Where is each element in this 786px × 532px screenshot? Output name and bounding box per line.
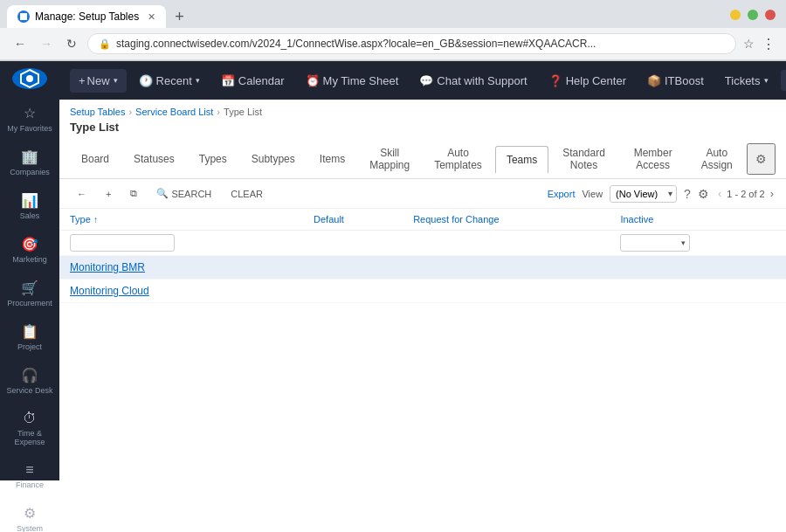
clear-button[interactable]: CLEAR	[224, 185, 270, 203]
page-info: 1 - 2 of 2	[727, 189, 764, 199]
column-settings-button[interactable]: ⚙	[698, 187, 709, 201]
address-bar[interactable]: 🔒 staging.connectwisedev.com/v2024_1/Con…	[87, 33, 736, 54]
back-nav-icon: ←	[77, 189, 86, 199]
bookmark-button[interactable]: ☆	[743, 37, 755, 51]
itboost-icon: 📦	[647, 74, 661, 87]
breadcrumb-setup-tables[interactable]: Setup Tables	[70, 107, 125, 117]
table-row: Monitoring Cloud	[59, 280, 786, 303]
toolbar-right: Export View (No View) ? ⚙ ‹ 1 - 2 of 2	[548, 185, 776, 203]
tab-statuses[interactable]: Statuses	[122, 145, 186, 172]
prev-page-button[interactable]: ‹	[716, 185, 723, 202]
reload-button[interactable]: ↻	[63, 35, 80, 52]
tab-types[interactable]: Types	[188, 145, 238, 172]
data-table: Type ↑ Default Request for Change	[59, 209, 786, 303]
tab-board[interactable]: Board	[70, 145, 121, 172]
col-header-request[interactable]: Request for Change	[403, 209, 610, 231]
view-selector-wrap: (No View)	[610, 185, 677, 203]
search-input[interactable]	[781, 70, 787, 91]
tickets-button[interactable]: Tickets ▾	[716, 69, 777, 93]
help-circle-button[interactable]: ?	[684, 187, 691, 201]
more-options-button[interactable]: ⋮	[762, 36, 776, 52]
next-page-button[interactable]: ›	[769, 185, 776, 202]
filter-type-input[interactable]	[70, 234, 175, 252]
app-logo[interactable]	[12, 68, 47, 89]
filter-row	[59, 231, 786, 256]
sales-icon: 📊	[21, 192, 38, 209]
svg-rect-0	[20, 13, 27, 20]
forward-button[interactable]: →	[37, 35, 56, 52]
tab-teams[interactable]: Teams	[495, 146, 548, 173]
project-icon: 📋	[21, 323, 38, 340]
chat-icon: 💬	[419, 74, 433, 87]
recent-chevron-icon: ▾	[196, 76, 200, 85]
breadcrumb-service-board[interactable]: Service Board List	[135, 107, 213, 117]
chat-button[interactable]: 💬 Chat with Support	[410, 69, 535, 93]
tab-items[interactable]: Items	[308, 145, 356, 172]
row-inactive-cell	[610, 280, 786, 303]
companies-icon: 🏢	[21, 149, 38, 165]
table-container: Type ↑ Default Request for Change	[59, 209, 786, 480]
recent-button[interactable]: 🕐 Recent ▾	[130, 69, 209, 93]
back-button[interactable]: ←	[10, 35, 30, 52]
help-button[interactable]: ❓ Help Center	[540, 69, 635, 93]
col-header-type[interactable]: Type ↑	[59, 209, 303, 231]
col-header-default[interactable]: Default	[303, 209, 403, 231]
breadcrumb-current: Type List	[224, 107, 262, 117]
search-button[interactable]: 🔍 SEARCH	[149, 184, 218, 203]
tab-subtypes[interactable]: Subtypes	[240, 145, 307, 172]
sidebar-item-project[interactable]: 📋 Project	[0, 316, 59, 358]
tab-settings-gear-icon[interactable]: ⚙	[747, 143, 776, 175]
row-request-cell	[403, 256, 610, 280]
marketing-icon: 🎯	[21, 236, 38, 252]
browser-tab[interactable]: Manage: Setup Tables ✕	[7, 5, 166, 28]
timesheet-icon: ⏰	[306, 74, 320, 87]
sidebar-item-marketing[interactable]: 🎯 Marketing	[0, 229, 59, 271]
close-button[interactable]	[765, 10, 776, 20]
tab-auto-templates[interactable]: Auto Templates	[423, 139, 493, 178]
toolbar: ← + ⧉ 🔍 SEARCH CLEAR	[59, 179, 786, 209]
tab-auto-assign[interactable]: Auto Assign	[689, 139, 745, 178]
procurement-icon: 🛒	[21, 280, 38, 296]
sidebar-item-system[interactable]: ⚙ System	[0, 498, 59, 532]
itboost-button[interactable]: 📦 ITBoost	[638, 69, 713, 93]
row-default-cell	[303, 256, 403, 280]
new-tab-button[interactable]: +	[169, 8, 190, 26]
calendar-button[interactable]: 📅 Calendar	[212, 69, 293, 93]
add-icon: +	[106, 189, 111, 199]
sidebar-item-companies[interactable]: 🏢 Companies	[0, 142, 59, 183]
export-button[interactable]: Export	[548, 189, 576, 199]
timesheet-button[interactable]: ⏰ My Time Sheet	[297, 69, 408, 93]
svg-point-1	[26, 75, 33, 82]
sidebar-item-favorites[interactable]: ☆ My Favorites	[0, 98, 59, 140]
row-default-cell	[303, 280, 403, 303]
tab-standard-notes[interactable]: Standard Notes	[550, 139, 617, 178]
minimize-button[interactable]	[730, 10, 741, 20]
tab-member-access[interactable]: Member Access	[619, 139, 687, 178]
sidebar-item-procurement[interactable]: 🛒 Procurement	[0, 273, 59, 314]
copy-button[interactable]: ⧉	[123, 184, 144, 203]
sidebar-item-finance[interactable]: ≡ Finance	[0, 455, 59, 496]
view-select[interactable]: (No View)	[610, 185, 677, 203]
row-type-link[interactable]: Monitoring BMR	[70, 261, 145, 273]
sidebar-item-time[interactable]: ⏱ Time & Expense	[0, 404, 59, 453]
sidebar-item-service[interactable]: 🎧 Service Desk	[0, 360, 59, 402]
col-header-inactive[interactable]: Inactive	[610, 209, 786, 231]
service-icon: 🎧	[21, 367, 38, 383]
row-type-link[interactable]: Monitoring Cloud	[70, 285, 149, 297]
time-icon: ⏱	[23, 411, 37, 426]
recent-icon: 🕐	[139, 74, 153, 87]
back-nav-button[interactable]: ←	[70, 185, 93, 203]
new-button[interactable]: + New ▾	[70, 69, 127, 93]
filter-inactive-select[interactable]	[620, 234, 690, 252]
search-icon: 🔍	[156, 188, 169, 199]
sidebar-item-sales[interactable]: 📊 Sales	[0, 185, 59, 227]
tab-close-button[interactable]: ✕	[148, 11, 155, 23]
maximize-button[interactable]	[748, 10, 758, 20]
table-row: Monitoring BMR	[59, 256, 786, 280]
filter-inactive-dropdown-wrap	[620, 234, 690, 252]
tab-favicon	[17, 10, 30, 23]
filter-default-cell	[303, 231, 403, 256]
tab-skill-mapping[interactable]: Skill Mapping	[358, 139, 421, 178]
new-chevron-icon: ▾	[114, 76, 118, 85]
add-record-button[interactable]: +	[99, 185, 118, 203]
